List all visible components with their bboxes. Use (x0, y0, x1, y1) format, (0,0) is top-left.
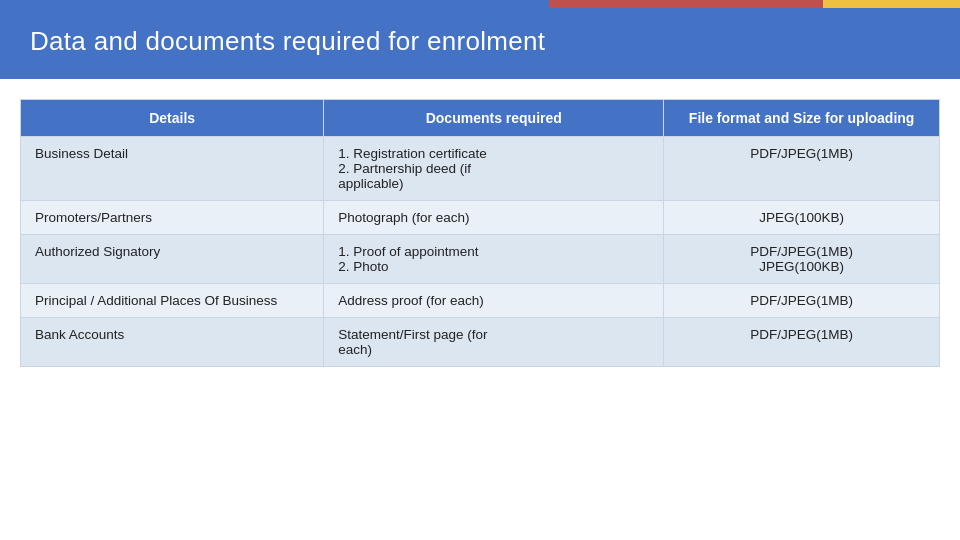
col-header-file-format: File format and Size for uploading (664, 100, 940, 137)
cell-documents: Statement/First page (foreach) (324, 318, 664, 367)
table-header-row: Details Documents required File format a… (21, 100, 940, 137)
cell-details: Authorized Signatory (21, 235, 324, 284)
cell-file-format: JPEG(100KB) (664, 201, 940, 235)
table-row: Bank AccountsStatement/First page (forea… (21, 318, 940, 367)
cell-documents: Address proof (for each) (324, 284, 664, 318)
col-header-details: Details (21, 100, 324, 137)
main-content: Details Documents required File format a… (0, 99, 960, 367)
page-header: Data and documents required for enrolmen… (0, 8, 960, 79)
cell-documents: 1. Proof of appointment2. Photo (324, 235, 664, 284)
top-bar-red (549, 0, 823, 8)
page-title: Data and documents required for enrolmen… (30, 26, 545, 56)
cell-details: Bank Accounts (21, 318, 324, 367)
cell-details: Promoters/Partners (21, 201, 324, 235)
table-row: Promoters/PartnersPhotograph (for each)J… (21, 201, 940, 235)
table-row: Business Detail1. Registration certifica… (21, 137, 940, 201)
cell-documents: 1. Registration certificate2. Partnershi… (324, 137, 664, 201)
data-table: Details Documents required File format a… (20, 99, 940, 367)
table-row: Principal / Additional Places Of Busines… (21, 284, 940, 318)
cell-file-format: PDF/JPEG(1MB)JPEG(100KB) (664, 235, 940, 284)
top-bar-yellow (823, 0, 960, 8)
cell-file-format: PDF/JPEG(1MB) (664, 137, 940, 201)
col-header-documents: Documents required (324, 100, 664, 137)
cell-details: Principal / Additional Places Of Busines… (21, 284, 324, 318)
cell-file-format: PDF/JPEG(1MB) (664, 318, 940, 367)
cell-file-format: PDF/JPEG(1MB) (664, 284, 940, 318)
table-row: Authorized Signatory1. Proof of appointm… (21, 235, 940, 284)
top-bar-blue (0, 0, 549, 8)
cell-details: Business Detail (21, 137, 324, 201)
top-bar (0, 0, 960, 8)
cell-documents: Photograph (for each) (324, 201, 664, 235)
